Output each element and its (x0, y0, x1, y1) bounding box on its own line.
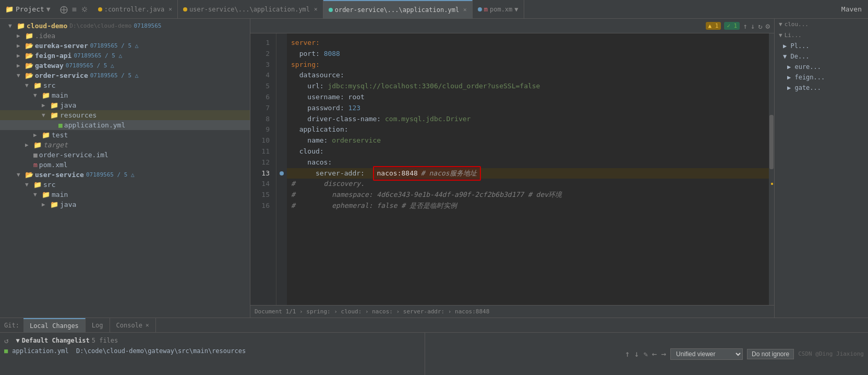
tree-root[interactable]: ▼ 📁 cloud-demo D:\code\cloud-demo 071895… (0, 21, 250, 31)
order-arrow-icon: ▼ (17, 72, 25, 79)
diff-prev-icon[interactable]: ← (652, 349, 657, 359)
maven-button[interactable]: Maven (835, 5, 868, 13)
project-dropdown-icon: ▼ (46, 5, 51, 13)
line-num-6: 6 (250, 92, 272, 103)
line-num-4: 4 (250, 70, 272, 81)
tab-label-controller: :controller.java (104, 6, 165, 13)
right-item-eure[interactable]: ▶ eure... (775, 62, 868, 72)
eureka-label: eureka-server (35, 42, 88, 50)
tree-gateway[interactable]: ▶ 📂 gateway 07189565 / 5 △ (0, 61, 250, 71)
code-line-14: # discovery. (287, 179, 769, 190)
code-line-4: datasource: (287, 70, 769, 81)
tab-console-close[interactable]: ✕ (146, 322, 149, 329)
tree-user-service[interactable]: ▼ 📂 user-service 07189565 / 5 △ (0, 170, 250, 180)
refresh-icon[interactable]: ↺ (4, 336, 8, 345)
tree-idea[interactable]: ▶ 📁 .idea (0, 31, 250, 41)
tab-close-user[interactable]: ✕ (314, 6, 318, 13)
settings-editor-icon[interactable]: ⚙ (766, 22, 770, 30)
bottom-tab-bar: Git: Local Changes Log Console ✕ (0, 318, 868, 333)
diff-down-icon[interactable]: ↓ (634, 349, 640, 359)
tab-order-service-app[interactable]: order-service\...\application.yml ✕ (323, 0, 473, 18)
diff-next-icon[interactable]: → (661, 349, 666, 359)
editor-scrollbar-thumb[interactable] (769, 115, 774, 169)
editor-statusbar: Document 1/1 › spring: › cloud: › nacos:… (250, 305, 774, 318)
tree-order-src[interactable]: ▼ 📁 src (0, 80, 250, 90)
tab-console[interactable]: Console ✕ (110, 318, 156, 332)
code-line-7: password: 123 (287, 103, 769, 114)
code-line-9: application: (287, 124, 769, 135)
tab-label-pom-name: pom.xm (490, 6, 512, 13)
gutter-14 (276, 179, 287, 190)
eureka-module-icon: 📂 (25, 42, 33, 50)
tree-order-resources[interactable]: ▼ 📁 resources (0, 110, 250, 120)
red-box-comment: # nacos服务地址 (421, 168, 477, 179)
tab-pom[interactable]: m pom.xm ▼ (473, 0, 524, 18)
tab-local-changes[interactable]: Local Changes (23, 318, 86, 332)
order-iml-label: order-service.iml (39, 151, 108, 159)
tree-order-pom[interactable]: m pom.xml (0, 160, 250, 170)
gutter-3 (276, 60, 287, 71)
tree-order-service[interactable]: ▼ 📂 order-service 07189565 / 5 △ (0, 71, 250, 80)
git-changelist[interactable]: ▼ Default Changelist 5 files (11, 336, 122, 345)
order-target-arrow-icon: ▶ (25, 142, 33, 148)
tree-user-java[interactable]: ▶ 📁 java (0, 200, 250, 209)
right-item-pl[interactable]: ▶ Pl... (775, 41, 868, 51)
order-src-label: src (43, 81, 55, 89)
git-diff-toolbar: ↑ ↓ ✎ ← → Unified viewer Side-by-side vi… (425, 333, 868, 375)
locate-icon[interactable]: ⨁ (60, 5, 68, 14)
tree-order-target[interactable]: ▶ 📁 target (0, 140, 250, 150)
ignore-button[interactable]: Do not ignore (747, 349, 794, 359)
right-section-cloud[interactable]: ▼ clou... (775, 19, 868, 30)
collapse-icon[interactable]: ≡ (72, 5, 77, 14)
tree-eureka-server[interactable]: ▶ 📂 eureka-server 07189565 / 5 △ (0, 41, 250, 51)
code-line-8: driver-class-name: com.mysql.jdbc.Driver (287, 114, 769, 125)
code-editor[interactable]: 1 2 3 4 5 6 7 8 9 10 11 12 13 14 15 16 (250, 33, 774, 305)
diff-up-icon[interactable]: ↑ (625, 349, 630, 359)
order-java-arrow-icon: ▶ (42, 102, 50, 109)
editor-icon-group: ⨁ ≡ ⛭ (56, 5, 93, 14)
main-area: ▼ 📁 cloud-demo D:\code\cloud-demo 071895… (0, 19, 868, 318)
right-item-feign[interactable]: ▶ feign... (775, 72, 868, 83)
code-content[interactable]: server: port: 8088 spring: datasource: u… (287, 33, 769, 305)
git-file-item-1[interactable]: ■ application.yml D:\code\cloud-demo\gat… (0, 346, 425, 356)
editor-scrollbar[interactable] (769, 33, 774, 305)
gateway-module-icon: 📂 (25, 62, 33, 69)
tree-order-iml[interactable]: ■ order-service.iml (0, 150, 250, 160)
tree-user-main[interactable]: ▼ 📁 main (0, 190, 250, 200)
line-num-11: 11 (250, 146, 272, 157)
diff-edit-icon[interactable]: ✎ (643, 350, 647, 358)
tab-close-order[interactable]: ✕ (463, 6, 467, 13)
scroll-down-icon[interactable]: ↓ (751, 22, 755, 30)
tree-user-src[interactable]: ▼ 📁 src (0, 180, 250, 190)
project-button[interactable]: 📁 Project ▼ (0, 0, 56, 18)
right-panel: ▼ clou... ▼ Li... ▶ Pl... ▼ De... ▶ eure… (774, 19, 868, 318)
feign-badge: 07189565 / 5 △ (74, 52, 122, 59)
tab-log[interactable]: Log (86, 318, 110, 332)
tree-order-application-yml[interactable]: ■ application.yml (0, 120, 250, 130)
tab-user-service-app[interactable]: user-service\...\application.yml ✕ (178, 0, 323, 18)
tab-dropdown-pom[interactable]: ▼ (514, 6, 518, 13)
root-folder-icon: 📁 (17, 22, 25, 30)
editor-toolbar: ▲ 1 ✓ 1 ↑ ↓ ↻ ⚙ (250, 19, 774, 33)
right-item-gate[interactable]: ▶ gate... (775, 83, 868, 93)
user-arrow-icon: ▼ (17, 171, 25, 178)
order-target-folder-icon: 📁 (33, 141, 42, 149)
viewer-select[interactable]: Unified viewer Side-by-side viewer (670, 348, 743, 360)
gutter-8 (276, 114, 287, 125)
settings-icon[interactable]: ⛭ (81, 5, 89, 14)
tree-feign-api[interactable]: ▶ 📂 feign-api 07189565 / 5 △ (0, 51, 250, 61)
tree-order-main[interactable]: ▼ 📁 main (0, 90, 250, 100)
scroll-up-icon[interactable]: ↑ (743, 22, 747, 30)
right-item-de[interactable]: ▼ De... (775, 51, 868, 62)
tree-order-test[interactable]: ▶ 📁 test (0, 130, 250, 140)
order-pom-spacer (25, 161, 33, 168)
right-section-cloud-arrow: ▼ (779, 21, 782, 28)
order-java-label: java (60, 101, 76, 109)
tab-close-controller[interactable]: ✕ (168, 6, 172, 13)
project-label: Project (16, 5, 44, 13)
right-section-li[interactable]: ▼ Li... (775, 30, 868, 41)
sync-icon[interactable]: ↻ (758, 22, 762, 30)
tab-controller[interactable]: :controller.java ✕ (93, 0, 178, 18)
tree-order-java[interactable]: ▶ 📁 java (0, 100, 250, 110)
bottom-panel: Git: Local Changes Log Console ✕ ↺ ▼ Def… (0, 318, 868, 375)
